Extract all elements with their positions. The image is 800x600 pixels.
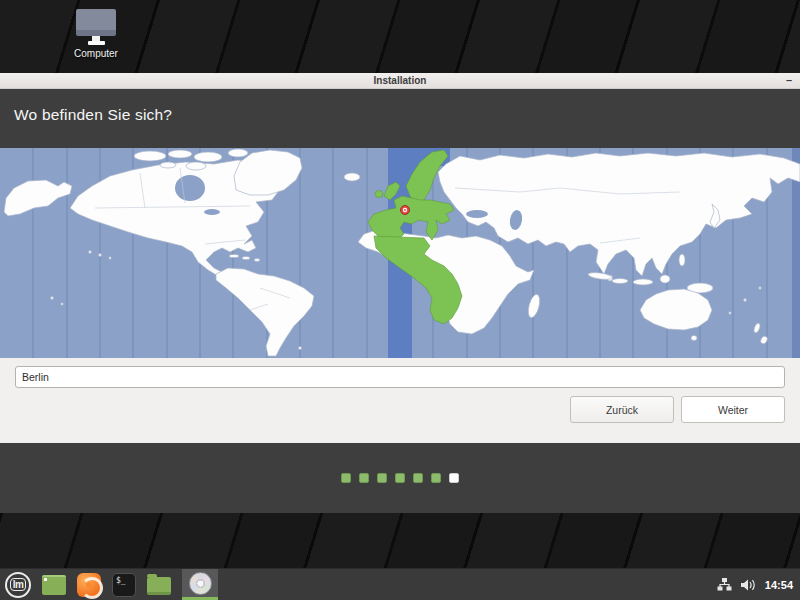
window-titlebar[interactable]: Installation – <box>0 73 800 89</box>
progress-step-current <box>449 473 459 483</box>
file-manager-icon[interactable] <box>147 577 171 595</box>
terminal-icon[interactable]: $_ <box>112 573 136 597</box>
desktop-icon-label: Computer <box>66 48 126 59</box>
volume-icon[interactable] <box>741 579 756 591</box>
progress-step-done <box>341 473 351 483</box>
progress-step-done <box>431 473 441 483</box>
minimize-button[interactable]: – <box>786 73 792 87</box>
progress-step-done <box>413 473 423 483</box>
progress-section <box>0 443 800 513</box>
back-button[interactable]: Zurück <box>570 396 674 423</box>
desktop: Computer Installation – Wo befinden Sie … <box>0 0 800 600</box>
desktop-icon-computer[interactable]: Computer <box>66 9 126 59</box>
mint-menu-button[interactable]: lm <box>5 572 31 598</box>
world-map-svg <box>0 148 800 358</box>
progress-step-done <box>377 473 387 483</box>
show-desktop-icon[interactable] <box>42 575 66 595</box>
timezone-map[interactable] <box>0 148 800 358</box>
computer-monitor-base <box>88 41 105 45</box>
firefox-icon[interactable] <box>77 573 101 597</box>
city-marker <box>401 206 410 215</box>
tray-clock[interactable]: 14:54 <box>765 579 793 591</box>
window-title: Installation <box>0 73 800 88</box>
system-tray: 14:54 <box>717 578 800 591</box>
button-row: Zurück Weiter <box>15 396 785 423</box>
network-icon[interactable] <box>717 578 732 591</box>
mint-logo-icon: lm <box>10 578 27 591</box>
progress-step-done <box>395 473 405 483</box>
computer-monitor-icon <box>76 9 116 36</box>
taskbar: lm $_ 14:54 <box>0 568 800 600</box>
location-input[interactable] <box>15 366 785 388</box>
cd-disc-icon <box>189 572 212 595</box>
installer-window: Installation – Wo befinden Sie sich? <box>0 73 800 513</box>
taskbar-item-installer[interactable] <box>182 569 218 600</box>
page-title: Wo befinden Sie sich? <box>0 89 800 124</box>
progress-dots <box>341 473 459 483</box>
next-button[interactable]: Weiter <box>681 396 785 423</box>
location-section: Zurück Weiter <box>0 358 800 443</box>
taskbar-left: lm $_ <box>0 569 218 600</box>
window-header: Wo befinden Sie sich? <box>0 89 800 148</box>
progress-step-done <box>359 473 369 483</box>
